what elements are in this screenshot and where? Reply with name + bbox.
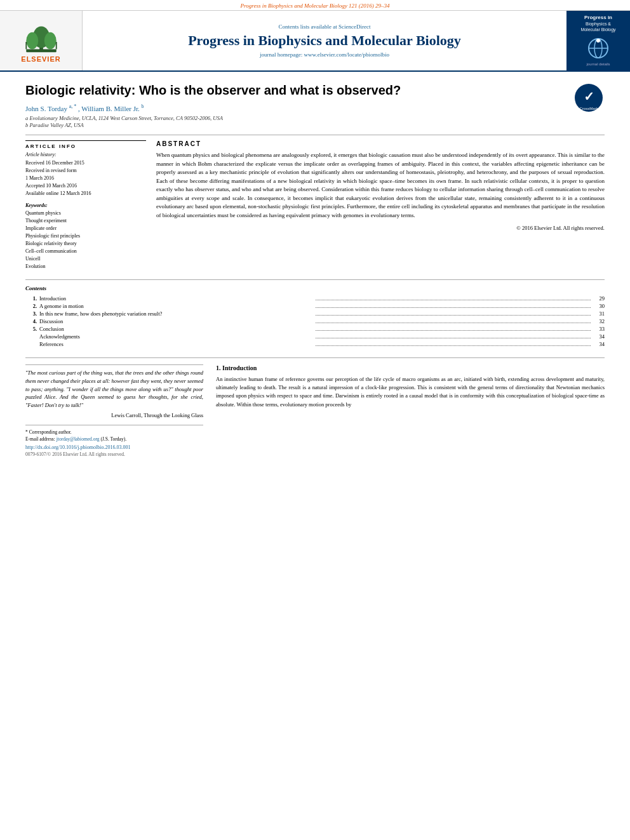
svg-point-2 (26, 32, 38, 50)
right-logo-text: Progress in Biophysics & Molecular Biolo… (579, 15, 617, 67)
contents-row-2: 2. A genome in motion 30 (25, 303, 605, 309)
right-logo-title-line3: Molecular Biology (579, 27, 617, 32)
quote-source: Lewis Carroll, Through the Looking Glass (25, 412, 203, 418)
contents-row-5: 5. Conclusion 33 (25, 326, 605, 332)
homepage-url[interactable]: www.elsevier.com/locate/pbiomolbio (304, 51, 389, 58)
keyword-5: Biologic relativity theory (25, 240, 146, 248)
elsevier-wordmark: ELSEVIER (21, 55, 60, 63)
contents-page-4: 32 (592, 318, 605, 324)
svg-rect-4 (26, 49, 56, 52)
email-label: E-mail address: (25, 436, 55, 442)
contents-section: Contents 1. Introduction 29 2. A genome … (25, 279, 605, 347)
article-title: Biologic relativity: Who is the observer… (25, 82, 605, 98)
corresponding-author-note: * Corresponding author. (25, 429, 203, 435)
keyword-8: Evolution (25, 263, 146, 270)
svg-point-10 (596, 39, 600, 43)
journal-header-center: Contents lists available at ScienceDirec… (83, 11, 566, 70)
article-dates: Received 16 December 2015 Received in re… (25, 159, 146, 197)
contents-title-5: Conclusion (39, 326, 314, 332)
elsevier-tree-icon (19, 19, 64, 54)
keywords-section: Keywords: Quantum physics Thought experi… (25, 203, 146, 270)
contents-dots-2 (316, 307, 591, 308)
keyword-4: Physiologic first principles (25, 232, 146, 240)
right-logo-title-line1: Progress in (579, 15, 617, 21)
doi-link[interactable]: http://dx.doi.org/10.1016/j.pbiomolbio.2… (25, 444, 203, 450)
author1-sup: a, * (69, 103, 77, 109)
contents-title-1: Introduction (39, 295, 314, 302)
email-note: E-mail address: jtorday@labiomed.org (J.… (25, 436, 203, 442)
article-info-abstract: ARTICLE INFO Article history: Received 1… (25, 135, 605, 270)
right-logo-title-line2: Biophysics & (579, 21, 617, 27)
article-footer: * Corresponding author. E-mail address: … (25, 425, 203, 457)
contents-title-ref: References (39, 341, 314, 347)
affiliation-b: b Paradise Valley AZ, USA (25, 122, 605, 128)
journal-homepage[interactable]: journal homepage: www.elsevier.com/locat… (260, 51, 389, 58)
abstract-text: When quantum physics and biological phen… (156, 151, 605, 220)
contents-title-4: Discussion (39, 318, 314, 324)
contents-title-3: In this new frame, how does phenotypic v… (39, 310, 314, 317)
contents-dots-5 (316, 330, 591, 331)
contents-num-2: 2. (25, 303, 37, 309)
journal-top-bar: Progress in Biophysics and Molecular Bio… (0, 0, 630, 11)
sciencedirect-link[interactable]: Contents lists available at ScienceDirec… (279, 23, 371, 30)
contents-row-ref: References 34 (25, 341, 605, 347)
contents-heading: Contents (25, 285, 605, 291)
author2-sup: b (142, 103, 144, 109)
contents-row-3: 3. In this new frame, how does phenotypi… (25, 310, 605, 317)
keyword-1: Quantum physics (25, 210, 146, 217)
authors-line: John S. Torday a, * , William B. Miller … (25, 103, 605, 112)
contents-dots-3 (316, 315, 591, 316)
received-date: Received 16 December 2015 (25, 159, 146, 167)
homepage-label: journal homepage: (260, 51, 302, 58)
introduction-text: An instinctive human frame of reference … (216, 375, 605, 409)
contents-dots-4 (316, 323, 591, 323)
abstract-col: ABSTRACT When quantum physics and biolog… (156, 140, 605, 270)
keywords-label: Keywords: (25, 203, 146, 208)
contents-row-ack: Acknowledgments 34 (25, 333, 605, 340)
email-link[interactable]: jtorday@labiomed.org (57, 436, 100, 442)
contents-page-ref: 34 (592, 341, 605, 347)
quote-block: "The most curious part of the thing was,… (25, 364, 203, 418)
contents-row-1: 1. Introduction 29 (25, 295, 605, 302)
author1: John S. Torday (25, 105, 69, 112)
lower-left-col: "The most curious part of the thing was,… (25, 364, 203, 457)
svg-text:✓: ✓ (584, 90, 594, 103)
introduction-heading: 1. Introduction (216, 364, 605, 371)
contents-num-4: 4. (25, 318, 37, 324)
lower-section: "The most curious part of the thing was,… (25, 357, 605, 457)
contents-dots-ref (316, 345, 591, 346)
keyword-2: Thought experiment (25, 217, 146, 225)
revised-date: 1 March 2016 (25, 175, 146, 182)
affiliation-a: a Evolutionary Medicine, UCLA, 1124 West… (25, 115, 605, 121)
contents-dots-1 (316, 300, 591, 300)
contents-num-3: 3. (25, 310, 37, 317)
revised-label: Received in revised form (25, 167, 146, 175)
contents-num-1: 1. (25, 295, 37, 302)
contents-title-ack: Acknowledgments (39, 333, 314, 340)
contents-dots-ack (316, 338, 591, 338)
main-content: ✓ CrossMark Biologic relativity: Who is … (0, 72, 630, 463)
author-separator: , William B. Miller Jr. (78, 105, 142, 112)
contents-num-5: 5. (25, 326, 37, 332)
contents-page-1: 29 (592, 295, 605, 302)
contents-page-2: 30 (592, 303, 605, 309)
affiliations: a Evolutionary Medicine, UCLA, 1124 West… (25, 115, 605, 128)
online-date: Available online 12 March 2016 (25, 190, 146, 197)
header-banner: ELSEVIER Contents lists available at Sci… (0, 11, 630, 72)
elsevier-logo-area: ELSEVIER (0, 11, 83, 70)
journal-right-logo: Progress in Biophysics & Molecular Biolo… (566, 11, 630, 70)
journal-title-banner: Progress in Biophysics and Molecular Bio… (188, 32, 461, 49)
article-info-heading: ARTICLE INFO (25, 140, 146, 149)
svg-point-3 (44, 32, 56, 50)
article-info-col: ARTICLE INFO Article history: Received 1… (25, 140, 146, 270)
quote-text: "The most curious part of the thing was,… (25, 369, 203, 410)
contents-row-4: 4. Discussion 32 (25, 318, 605, 324)
keyword-7: Unicell (25, 255, 146, 263)
keyword-6: Cell–cell communication (25, 248, 146, 255)
crossmark-area[interactable]: ✓ CrossMark (573, 82, 605, 115)
email-suffix: (J.S. Torday). (100, 436, 126, 442)
footer-copyright: 0079-6107/© 2016 Elsevier Ltd. All right… (25, 451, 203, 457)
svg-text:CrossMark: CrossMark (579, 107, 598, 110)
accepted-date: Accepted 10 March 2016 (25, 182, 146, 190)
article-history-label: Article history: (25, 152, 146, 157)
